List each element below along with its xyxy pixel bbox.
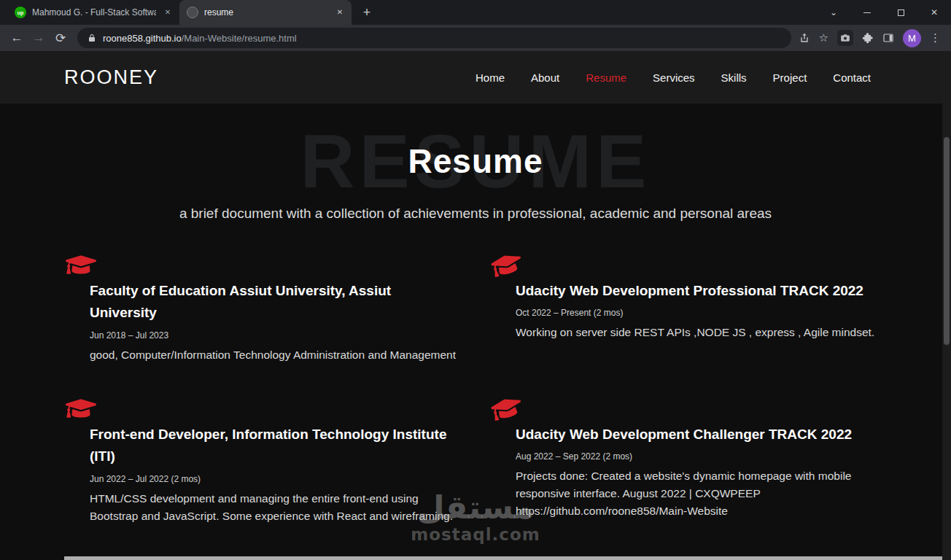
lock-icon: [88, 34, 96, 42]
new-tab-button[interactable]: +: [357, 3, 376, 22]
resume-item-education: Faculty of Education Assiut University, …: [64, 252, 458, 364]
window-maximize-button[interactable]: [884, 0, 917, 25]
bookmark-star-icon[interactable]: ☆: [819, 31, 828, 44]
address-bar[interactable]: roone858.github.io/Main-Website/resume.h…: [77, 28, 791, 48]
url-path: /Main-Website/resume.html: [182, 33, 297, 44]
window-close-button[interactable]: ✕: [917, 0, 951, 25]
site-nav: Home About Resume Services Skills Projec…: [475, 71, 871, 84]
resume-item-title: Udacity Web Development Challenger TRACK…: [516, 424, 884, 446]
graduation-cap-icon: [492, 252, 522, 277]
site-header: ROONEY Home About Resume Services Skills…: [0, 51, 951, 104]
browser-menu-kebab-icon[interactable]: ⋮: [930, 31, 941, 44]
page-viewport: ROONEY Home About Resume Services Skills…: [0, 51, 951, 560]
resume-item-iti: Front-end Developer, Information Technol…: [64, 396, 458, 525]
tab-strip: up Mahmoud G. - Full-Stack Softwar ✕ res…: [0, 0, 376, 25]
tab-title: Mahmoud G. - Full-Stack Softwar: [32, 7, 156, 18]
profile-avatar[interactable]: M: [903, 29, 921, 47]
browser-titlebar: up Mahmoud G. - Full-Stack Softwar ✕ res…: [0, 0, 951, 25]
resume-item-date: Jun 2022 – Jul 2022 (2 mos): [90, 474, 458, 484]
resume-grid: Faculty of Education Assiut University, …: [0, 252, 951, 525]
nav-about[interactable]: About: [531, 71, 559, 84]
nav-resume[interactable]: Resume: [586, 71, 626, 84]
url-host: roone858.github.io: [103, 33, 182, 44]
maximize-icon: [898, 9, 904, 16]
browser-toolbar: ← → ⟳ roone858.github.io/Main-Website/re…: [0, 25, 951, 51]
tab-search-chevron-icon[interactable]: ⌄: [817, 0, 850, 25]
resume-favicon-icon: [187, 7, 198, 18]
tab-close-icon[interactable]: ✕: [334, 7, 346, 18]
resume-item-description: Projects done: Created a website's dynam…: [516, 467, 884, 520]
tab-upwork[interactable]: up Mahmoud G. - Full-Stack Softwar ✕: [7, 0, 179, 25]
resume-item-udacity-professional: Udacity Web Development Professional TRA…: [490, 252, 884, 364]
extensions-puzzle-icon[interactable]: [862, 32, 874, 44]
resume-item-title: Front-end Developer, Information Technol…: [90, 424, 458, 468]
tab-title: resume: [204, 7, 328, 18]
resume-item-date: Jun 2018 – Jul 2023: [90, 330, 458, 341]
nav-contact[interactable]: Contact: [833, 71, 871, 84]
resume-item-date: Oct 2022 – Present (2 mos): [516, 308, 884, 318]
tab-resume[interactable]: resume ✕: [179, 0, 352, 25]
graduation-cap-icon: [492, 396, 522, 421]
page-title: Resume: [0, 121, 951, 201]
nav-project[interactable]: Project: [773, 71, 807, 84]
forward-button[interactable]: →: [28, 27, 50, 49]
page-scrollbar[interactable]: [942, 51, 951, 560]
nav-services[interactable]: Services: [653, 71, 695, 84]
graduation-cap-icon: [66, 252, 96, 277]
nav-home[interactable]: Home: [475, 71, 505, 84]
watermark-latin-text: mostaql.com: [411, 525, 540, 544]
tab-close-icon[interactable]: ✕: [162, 7, 174, 18]
next-section-edge: [64, 556, 942, 560]
reload-button[interactable]: ⟳: [50, 27, 71, 49]
resume-item-date: Aug 2022 – Sep 2022 (2 mos): [516, 451, 884, 462]
url-text: roone858.github.io/Main-Website/resume.h…: [103, 33, 297, 44]
resume-item-udacity-challenger: Udacity Web Development Challenger TRACK…: [490, 396, 884, 525]
toolbar-actions: ☆ M ⋮: [797, 29, 945, 47]
site-logo[interactable]: ROONEY: [64, 66, 158, 89]
scrollbar-thumb[interactable]: [944, 137, 950, 345]
hero-subtitle: a brief document with a collection of ac…: [0, 206, 951, 222]
window-controls: ⌄ ✕: [817, 0, 951, 25]
window-minimize-button[interactable]: [850, 0, 884, 25]
graduation-cap-icon: [66, 396, 96, 421]
resume-item-description: HTML/CSS development and managing the en…: [90, 490, 458, 525]
hero-section: RESUME Resume a brief document with a co…: [0, 104, 951, 222]
back-button[interactable]: ←: [6, 27, 28, 49]
side-panel-icon[interactable]: [882, 32, 894, 44]
upwork-favicon-icon: up: [15, 7, 26, 18]
resume-item-title: Udacity Web Development Professional TRA…: [516, 280, 884, 302]
resume-item-description: good, Computer/Information Technology Ad…: [90, 346, 458, 364]
share-icon[interactable]: [799, 32, 810, 44]
resume-item-title: Faculty of Education Assiut University, …: [90, 280, 458, 324]
minimize-icon: [863, 12, 871, 13]
resume-item-description: Working on server side REST APIs ,NODE J…: [516, 324, 884, 341]
hero-title-wrap: RESUME Resume: [0, 121, 951, 201]
camera-extension-icon[interactable]: [837, 30, 853, 46]
nav-skills[interactable]: Skills: [721, 71, 747, 84]
